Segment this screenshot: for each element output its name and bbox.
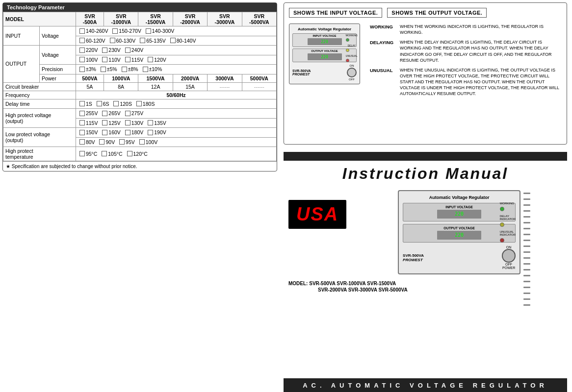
cb-115 — [125, 57, 130, 62]
device-large-input-display: INPUT VOLTAGE 220 — [403, 203, 516, 221]
cb-val-12a: 12A — [138, 82, 173, 91]
working-desc-row: WORKING WHEN THE WORKING INDICATOR IS LI… — [370, 24, 562, 35]
device-bottom-small: SVR-500VA PROWEST ON OFF — [292, 64, 357, 81]
low-protect-voltage-label: Low protect voltage(output) — [3, 128, 76, 147]
power-label: Power — [39, 74, 76, 82]
output-voltage-label: Voltage — [39, 46, 76, 65]
bottom-footer: AC. AUTOMATIC VOLTAGE REGULATOR — [284, 378, 567, 392]
device-model-small: SVR-500VA — [292, 69, 311, 73]
device-brand-small: PROWEST — [292, 73, 311, 76]
col-svr2000: SVR-2000VA — [173, 12, 207, 26]
large-unusual-dot — [500, 238, 504, 243]
tech-table: MODEL SVR-500A SVR-1000VA SVR-1500VA SVR… — [3, 12, 277, 161]
circuit-breaker-label: Circuit breaker — [3, 82, 76, 91]
vent-19 — [523, 298, 530, 300]
unusual-desc-row: UNUSUAL WHEN THE UNUSUAL INDICATOR IS LI… — [370, 67, 562, 97]
on-off-group: ON OFF — [347, 64, 357, 81]
high-protect-voltage-row2: 115V 125V 130V 135V — [76, 118, 276, 128]
cb-230 — [102, 48, 107, 53]
vent-8 — [523, 234, 530, 235]
cb-180v — [125, 130, 130, 135]
device-large-title: Automatic Voltage Regulator — [403, 195, 516, 200]
working-text: WHEN THE WORKING INDICATOR IS LIGHTING, … — [400, 24, 562, 35]
power-500: 500VA — [76, 74, 104, 82]
cb-val-dash1: ------ — [208, 82, 242, 91]
low-protect-voltage-row1: 150V 160V 180V 190V — [76, 128, 276, 138]
cb-220 — [79, 48, 85, 53]
large-output-label: OUTPUT VOLTAGE — [437, 226, 481, 230]
power-button-small[interactable] — [347, 68, 357, 77]
tech-parameter-panel: Technology Parameter MODEL SVR-500A SVR-… — [2, 2, 277, 172]
high-protect-temp-values: 95°C 105°C 120°C — [76, 147, 276, 161]
input-label: INPUT — [3, 26, 40, 46]
cb-265v — [102, 111, 107, 116]
vent-12 — [523, 257, 530, 259]
power-button-large[interactable] — [502, 249, 516, 263]
working-descriptions: WORKING WHEN THE WORKING INDICATOR IS LI… — [370, 24, 562, 101]
vent-18 — [523, 293, 530, 294]
cb-135v — [148, 120, 153, 125]
cb-255v — [79, 111, 85, 116]
precision-values: ±3% ±5% ±8% ±10% — [76, 65, 276, 74]
cb-val-8a: 8A — [104, 82, 138, 91]
delaying-text: WHEN THE DELAY INDICATOR IS LIGHTING, TH… — [400, 39, 562, 63]
unusual-indicator — [346, 59, 349, 62]
large-delay-dot — [500, 222, 504, 227]
delaying-label: DELAYING — [370, 39, 397, 63]
black-divider-bar — [284, 152, 567, 161]
vent-2 — [523, 198, 530, 200]
input-display-screen: 220 — [308, 38, 342, 45]
cb-val-5a: 5A — [76, 82, 104, 91]
frequency-label: Frequency — [3, 91, 76, 99]
cb-105c — [102, 151, 107, 156]
device-large-illustration: Automatic Voltage Regulator INPUT VOLTAG… — [356, 190, 562, 274]
cb-10pct — [143, 67, 148, 72]
vent-20 — [523, 304, 530, 306]
col-svr500: SVR-500A — [76, 12, 104, 26]
cb-100 — [79, 57, 85, 62]
output-display-label: OUTPUT VOLTAGE — [308, 49, 342, 52]
cb-3pct — [79, 67, 85, 72]
high-protect-temp-label: High protecttemperature — [3, 147, 76, 161]
right-top-content: Automatic Voltage Regulator INPUT VOLTAG… — [289, 24, 562, 101]
vent-13 — [523, 263, 530, 265]
cb-val-dash2: ------ — [242, 82, 276, 91]
vent-16 — [523, 281, 530, 282]
cb-5pct — [101, 67, 106, 72]
cb-6s — [97, 101, 102, 106]
cb-240 — [125, 48, 130, 53]
working-ind-label: WORKING — [346, 34, 358, 37]
cb-140-300 — [146, 28, 151, 34]
unusual-text: WHEN THE UNUSUAL INDICATOR IS LIGHTING, … — [400, 67, 562, 97]
input-display-label: INPUT VOLTAGE — [308, 34, 342, 37]
cb-150v — [79, 130, 85, 135]
cb-160v — [102, 130, 107, 135]
large-working-label: WORKING — [500, 202, 516, 205]
output-voltage-row1: 220V 230V 240V — [76, 46, 276, 55]
col-svr3000: SVR-3000VA — [208, 12, 242, 26]
vent-14 — [523, 269, 530, 270]
vent-5 — [523, 216, 530, 218]
voltage-labels: SHOWS THE INPUT VOLTAGE. SHOWS THE OUTPU… — [289, 8, 562, 18]
cb-180s — [136, 101, 142, 106]
large-input-label: INPUT VOLTAGE — [437, 205, 481, 209]
vent-15 — [523, 275, 530, 276]
cb-130v — [125, 120, 130, 125]
large-power-label: POWER — [502, 266, 515, 270]
power-3000: 3000VA — [208, 74, 242, 82]
power-5000: 5000VA — [242, 74, 276, 82]
cb-120c — [127, 151, 132, 156]
on-label: ON — [350, 64, 354, 67]
large-input-inner: INPUT VOLTAGE 220 — [437, 205, 481, 220]
cb-8pct — [122, 67, 127, 72]
large-output-screen: 220 — [437, 231, 481, 240]
cb-1s — [79, 101, 85, 106]
cb-val-15a: 15A — [173, 82, 207, 91]
cb-125v — [102, 120, 107, 125]
cb-120 — [148, 57, 153, 62]
power-2000: 2000VA — [173, 74, 207, 82]
output-voltage-row2: 100V 110V 115V 120V — [76, 55, 276, 65]
delay-indicator — [346, 49, 349, 52]
high-protect-voltage-label: High protect voltage(output) — [3, 109, 76, 128]
input-voltage-row2: 60-120V 60-130V 65-135V 80-140V — [76, 36, 276, 46]
